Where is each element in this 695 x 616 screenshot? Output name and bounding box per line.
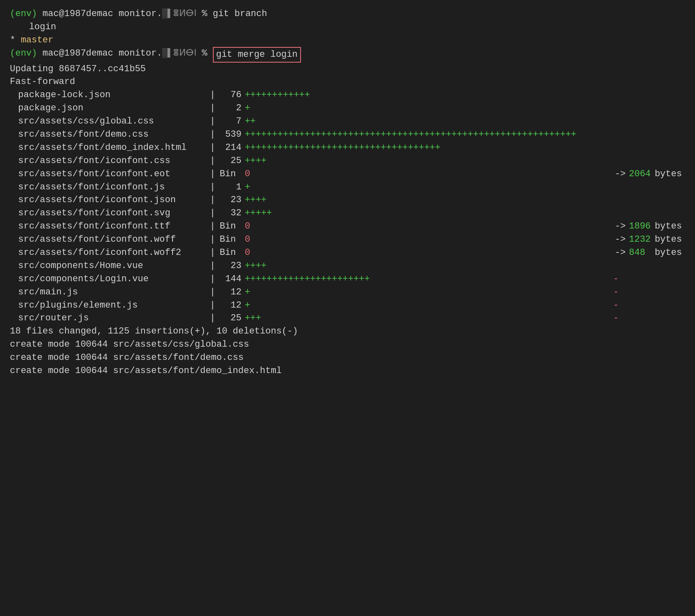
bin-arrow: -> bbox=[613, 246, 629, 259]
pipe: | bbox=[210, 102, 220, 115]
file-changes: ++++ bbox=[245, 194, 613, 207]
bin-arrow: -> bbox=[613, 233, 629, 246]
table-row: src/assets/font/iconfont.json | 23 ++++ bbox=[10, 194, 685, 207]
file-changes-plus: +++++++++++++++++++++++ bbox=[245, 273, 613, 286]
bin-arrow: -> bbox=[613, 220, 629, 233]
pipe: | bbox=[210, 194, 220, 207]
pipe: | bbox=[210, 273, 220, 286]
bin-unit: bytes bbox=[653, 246, 685, 259]
table-row: package-lock.json | 76 ++++++++++++ bbox=[10, 89, 685, 102]
file-num: 539 bbox=[219, 128, 245, 141]
file-num: 214 bbox=[219, 141, 245, 154]
bin-unit: bytes bbox=[653, 233, 685, 246]
file-changes: ++++ bbox=[245, 259, 613, 273]
file-name: src/main.js bbox=[10, 286, 210, 299]
pipe: | bbox=[210, 128, 220, 141]
bin-from: 0 bbox=[245, 168, 613, 181]
bin-unit: bytes bbox=[653, 168, 685, 181]
pipe: | bbox=[210, 312, 220, 325]
file-num: 76 bbox=[219, 89, 245, 102]
file-name: src/assets/font/iconfont.woff bbox=[10, 233, 210, 246]
file-changes: ++ bbox=[245, 115, 613, 128]
pipe: | bbox=[210, 286, 220, 299]
bin-label: Bin bbox=[219, 168, 245, 181]
file-num: 23 bbox=[219, 259, 245, 273]
updating-line: Updating 8687457..cc41b55 bbox=[10, 63, 685, 76]
branch-login: login bbox=[18, 21, 56, 34]
bin-from: 0 bbox=[245, 220, 613, 233]
prompt-env-1: (env) bbox=[10, 7, 42, 21]
file-num: 25 bbox=[219, 154, 245, 168]
file-changes-minus: - bbox=[613, 274, 618, 284]
table-row: src/assets/font/iconfont.eot | Bin 0 -> … bbox=[10, 168, 685, 181]
table-row: src/assets/font/iconfont.svg | 32 +++++ bbox=[10, 207, 685, 220]
highlighted-command: git merge login bbox=[213, 47, 301, 63]
file-name: src/assets/font/iconfont.json bbox=[10, 194, 210, 207]
bin-label: Bin bbox=[219, 233, 245, 246]
file-changes-plus: + bbox=[245, 299, 613, 312]
file-num: 12 bbox=[219, 299, 245, 312]
file-name: src/assets/css/global.css bbox=[10, 115, 210, 128]
prompt-dir-marker-2: ▒▌ⴻⵍⴱⵏ bbox=[162, 47, 196, 63]
file-num: 2 bbox=[219, 102, 245, 115]
create-mode-text-2: create mode 100644 src/assets/font/demo.… bbox=[10, 351, 244, 364]
file-num: 12 bbox=[219, 286, 245, 299]
diff-table: package-lock.json | 76 ++++++++++++ pack… bbox=[10, 89, 685, 325]
bin-to: 848 bbox=[629, 246, 653, 259]
table-row: src/assets/css/global.css | 7 ++ bbox=[10, 115, 685, 128]
prompt-suffix-1: % git branch bbox=[196, 7, 267, 21]
table-row: src/assets/font/demo_index.html | 214 ++… bbox=[10, 141, 685, 154]
table-row: src/router.js | 25 +++- bbox=[10, 312, 685, 325]
file-num: 1 bbox=[219, 181, 245, 194]
file-num: 25 bbox=[219, 312, 245, 325]
file-name: src/components/Login.vue bbox=[10, 273, 210, 286]
table-row: src/components/Login.vue | 144 +++++++++… bbox=[10, 273, 685, 286]
pipe: | bbox=[210, 154, 220, 168]
branch-login-line: login bbox=[10, 21, 685, 34]
updating-text: Updating 8687457..cc41b55 bbox=[10, 63, 146, 76]
pipe: | bbox=[210, 233, 220, 246]
create-mode-line-2: create mode 100644 src/assets/font/demo.… bbox=[10, 351, 685, 364]
file-changes-minus: - bbox=[613, 300, 618, 310]
file-name: src/components/Home.vue bbox=[10, 259, 210, 273]
bin-from: 0 bbox=[245, 246, 613, 259]
file-name: package.json bbox=[10, 102, 210, 115]
bin-unit: bytes bbox=[653, 220, 685, 233]
file-name: src/router.js bbox=[10, 312, 210, 325]
branch-star: * bbox=[10, 34, 21, 47]
file-name: src/assets/font/iconfont.js bbox=[10, 181, 210, 194]
branch-master-line: * master bbox=[10, 34, 685, 47]
file-name: src/assets/font/iconfont.ttf bbox=[10, 220, 210, 233]
file-name: src/assets/font/iconfont.svg bbox=[10, 207, 210, 220]
branch-master-name: master bbox=[21, 34, 53, 47]
command-line-2: (env) mac@1987demac monitor. ▒▌ⴻⵍⴱⵏ % gi… bbox=[10, 47, 685, 63]
pipe: | bbox=[210, 181, 220, 194]
file-changes: ++++ bbox=[245, 154, 613, 168]
create-mode-line-1: create mode 100644 src/assets/css/global… bbox=[10, 338, 685, 351]
table-row: src/assets/font/iconfont.js | 1 + bbox=[10, 181, 685, 194]
file-name: src/assets/font/iconfont.eot bbox=[10, 168, 210, 181]
file-changes-minus: - bbox=[613, 287, 618, 297]
fast-forward-text: Fast-forward bbox=[10, 75, 75, 89]
pipe: | bbox=[210, 168, 220, 181]
table-row: src/assets/font/iconfont.woff | Bin 0 ->… bbox=[10, 233, 685, 246]
create-mode-line-3: create mode 100644 src/assets/font/demo_… bbox=[10, 364, 685, 378]
fast-forward-line: Fast-forward bbox=[10, 75, 685, 89]
bin-to: 1232 bbox=[629, 233, 653, 246]
pipe: | bbox=[210, 141, 220, 154]
prompt-dir-marker-1: ▒▌ⴻⵍⴱⵏ bbox=[162, 7, 196, 21]
pipe: | bbox=[210, 259, 220, 273]
file-name: src/plugins/element.js bbox=[10, 299, 210, 312]
bin-from: 0 bbox=[245, 233, 613, 246]
prompt-user-2: mac@1987demac monitor. bbox=[42, 47, 162, 63]
file-changes-minus: - bbox=[613, 313, 618, 323]
bin-label: Bin bbox=[219, 246, 245, 259]
file-num: 32 bbox=[219, 207, 245, 220]
file-name: src/assets/font/demo_index.html bbox=[10, 141, 210, 154]
file-name: package-lock.json bbox=[10, 89, 210, 102]
terminal-window: (env) mac@1987demac monitor. ▒▌ⴻⵍⴱⵏ % gi… bbox=[10, 7, 685, 378]
command-line-1: (env) mac@1987demac monitor. ▒▌ⴻⵍⴱⵏ % gi… bbox=[10, 7, 685, 21]
file-num: 23 bbox=[219, 194, 245, 207]
summary-line: 18 files changed, 1125 insertions(+), 10… bbox=[10, 325, 685, 338]
create-mode-text-3: create mode 100644 src/assets/font/demo_… bbox=[10, 364, 282, 378]
